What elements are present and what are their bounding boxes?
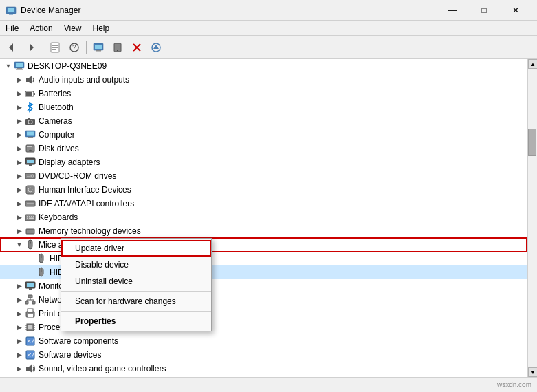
icon-bluetooth [25,102,36,113]
toolbar-properties[interactable] [46,39,64,56]
tree-item-soft1[interactable]: ▶ </> Software components [0,334,527,348]
tree-item-cameras[interactable]: ▶ Cameras [0,114,527,128]
expand-dvd: ▶ [14,171,25,182]
icon-display [25,157,36,168]
tree-item-memtech[interactable]: ▶ Memory technology devices [0,224,527,238]
svg-rect-57 [29,218,32,219]
context-menu-update[interactable]: Update driver [61,240,211,257]
tree-item-root[interactable]: ▼ DESKTOP-Q3NEE09 [0,59,527,73]
window-controls: — □ ✕ [437,0,531,21]
svg-rect-80 [28,314,33,317]
maximize-button[interactable]: □ [468,0,500,21]
minimize-button[interactable]: — [437,0,468,21]
scroll-thumb[interactable] [528,129,536,156]
expand-keyboards: ▶ [14,212,25,223]
tree-item-display-label: Display adapters [39,157,100,167]
expand-audio: ▶ [14,74,25,85]
svg-rect-33 [28,118,30,119]
expand-memtech: ▶ [14,226,25,237]
toolbar-sep2 [86,41,87,54]
toolbar-computer[interactable] [89,39,107,56]
menu-help[interactable]: Help [87,21,116,35]
expand-hid: ▶ [14,184,25,195]
tree-item-display[interactable]: ▶ Display adapters [0,155,527,169]
tree-item-sound-label: Sound, video and game controllers [39,364,166,373]
toolbar-update[interactable] [147,39,165,56]
expand-computer: ▶ [14,129,25,140]
icon-mice [25,239,36,250]
expand-disk: ▶ [14,143,25,154]
tree-item-sound[interactable]: ▶ Sound, video and game controllers [0,362,527,375]
scroll-up[interactable]: ▲ [528,59,537,69]
svg-rect-36 [28,137,33,138]
icon-computer [14,61,25,72]
expand-root: ▼ [3,61,14,72]
menu-action[interactable]: Action [24,21,58,35]
icon-soft2: </> [25,349,36,360]
context-menu-properties[interactable]: Properties [61,313,211,329]
toolbar-back[interactable] [3,39,21,56]
tree-item-dvd-label: DVD/CD-ROM drives [39,171,116,181]
close-button[interactable]: ✕ [500,0,531,21]
svg-rect-22 [17,68,22,69]
svg-rect-58 [32,218,34,219]
context-menu-scan[interactable]: Scan for hardware changes [61,293,211,309]
scrollbar[interactable]: ▲ ▼ [527,59,537,377]
svg-rect-60 [28,229,28,230]
svg-rect-47 [26,186,34,194]
watermark: wsxdn.com [497,381,531,389]
expand-print: ▶ [14,308,25,319]
svg-rect-45 [27,175,30,175]
tree-item-ide[interactable]: ▶ IDE ATA/ATAPI controllers [0,197,527,210]
svg-rect-72 [25,301,28,304]
tree-item-hid[interactable]: ▶ Human Interface Devices [0,183,527,197]
expand-bluetooth: ▶ [14,102,25,113]
window-title: Device Manager [21,6,437,15]
icon-mouse [36,253,47,264]
tree-item-batteries[interactable]: ▶ Batteries [0,87,527,100]
title-bar: Device Manager — □ ✕ [0,0,537,21]
menu-view[interactable]: View [58,21,87,35]
expand-proc: ▶ [14,322,25,333]
expand-network: ▶ [14,294,25,305]
svg-rect-93 [26,367,29,371]
expand-sound: ▶ [14,363,25,374]
tree-item-computer[interactable]: ▶ Computer [0,128,527,142]
expand-monitors: ▶ [14,281,25,292]
tree-item-soft2[interactable]: ▶ </> Software devices [0,348,527,362]
svg-marker-19 [153,45,159,49]
icon-audio [25,74,36,85]
menu-file[interactable]: File [0,21,24,35]
svg-text:</>: </> [28,338,36,345]
icon-mouse2 [36,267,47,278]
tree-item-keyboards[interactable]: ▶ Keyboards [0,210,527,224]
tree-item-bluetooth[interactable]: ▶ Bluetooth [0,100,527,114]
icon-soft1: </> [25,336,36,347]
svg-rect-23 [16,69,23,70]
tree-item-dvd[interactable]: ▶ DVD/CD-ROM drives [0,169,527,183]
tree-item-memtech-label: Memory technology devices [39,226,141,236]
toolbar-sep1 [43,41,43,54]
svg-rect-13 [96,50,101,52]
context-menu-uninstall[interactable]: Uninstall device [61,273,211,290]
toolbar-forward[interactable] [22,39,40,56]
tree-item-computer-label: Computer [39,130,75,140]
svg-rect-70 [28,290,33,290]
expand-batteries: ▶ [14,88,25,99]
icon-network [25,294,36,305]
tree-item-storage[interactable]: ▶ Storage controllers [0,375,527,377]
svg-marker-25 [29,76,32,84]
toolbar-scan[interactable]: ? [65,39,83,56]
context-menu-disable[interactable]: Disable device [61,257,211,273]
svg-rect-69 [29,288,32,290]
scroll-down[interactable]: ▼ [528,367,537,377]
toolbar-device[interactable] [109,39,127,56]
svg-rect-56 [27,218,28,219]
tree-item-audio[interactable]: ▶ Audio inputs and outputs [0,73,527,87]
tree-item-disk[interactable]: ▶ Disk drives [0,142,527,155]
app-icon [6,5,17,16]
toolbar-remove[interactable] [128,39,146,56]
icon-disk [25,143,36,154]
context-menu: Update driver Disable device Uninstall d… [61,238,212,331]
icon-sound [25,363,36,374]
